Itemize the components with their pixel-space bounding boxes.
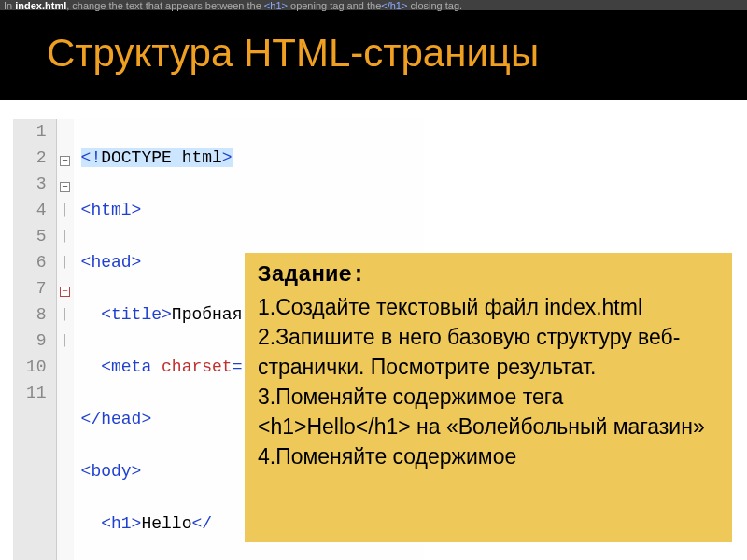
line-number: 4 xyxy=(26,197,47,223)
slide-title: Структура HTML-страницы xyxy=(47,31,747,76)
fold-toggle-icon[interactable]: − xyxy=(60,182,70,192)
line-number: 8 xyxy=(26,301,47,328)
task-item: 2.Запишите в него базовую структуру веб-… xyxy=(258,322,719,382)
line-number: 10 xyxy=(26,354,47,380)
line-number: 1 xyxy=(26,119,47,145)
line-number: 3 xyxy=(26,171,47,197)
line-number: 7 xyxy=(26,275,47,301)
fold-gutter: − − │ │ │ − │ │ xyxy=(57,119,74,560)
line-number: 9 xyxy=(26,328,47,354)
fold-toggle-icon[interactable]: − xyxy=(60,156,70,166)
content-area: 1 2 3 4 5 6 7 8 9 10 11 − − │ │ │ − │ │ … xyxy=(0,100,747,119)
task-title: Задание: xyxy=(258,260,719,290)
line-number: 11 xyxy=(26,380,47,406)
fold-toggle-icon[interactable]: − xyxy=(60,287,70,297)
slide-header: Структура HTML-страницы xyxy=(0,10,747,100)
editor-hint-bar: In index.html, change the text that appe… xyxy=(0,0,747,10)
task-item: 1.Создайте текстовый файл index.html xyxy=(258,292,719,322)
line-number: 5 xyxy=(26,223,47,249)
task-item: 4.Поменяйте содержимое xyxy=(258,441,719,471)
task-box: Задание: 1.Создайте текстовый файл index… xyxy=(245,253,732,542)
line-number: 2 xyxy=(26,145,47,171)
line-number-gutter: 1 2 3 4 5 6 7 8 9 10 11 xyxy=(13,119,57,560)
task-item: 3.Поменяйте содержимое тега <h1>Hello</h… xyxy=(258,382,719,441)
line-number: 6 xyxy=(26,249,47,275)
